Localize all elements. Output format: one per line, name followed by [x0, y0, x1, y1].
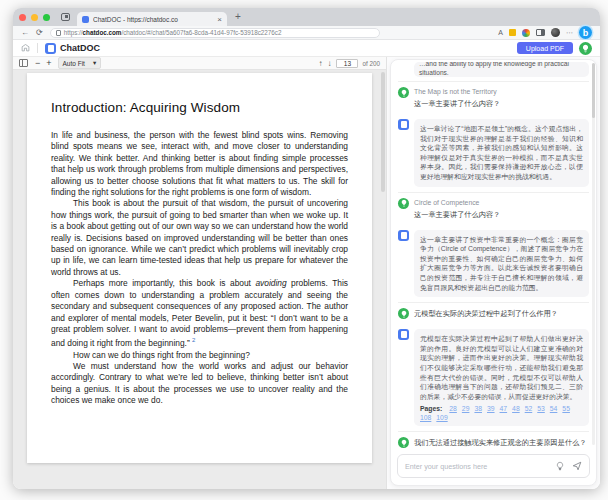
header-divider — [37, 43, 38, 53]
browser-tab[interactable]: ChatDOC - https://chatdoc.co × — [77, 12, 227, 26]
chatdoc-bot-icon — [398, 329, 409, 340]
question-lightbulb-icon — [398, 308, 409, 319]
zoom-out-button[interactable]: − — [35, 59, 40, 68]
page-number-input[interactable] — [336, 59, 358, 68]
chat-question: 元模型在实际的决策过程中起到了什么作用？ — [398, 302, 589, 324]
pdf-scrollbar[interactable] — [381, 72, 385, 192]
document-paragraph: Perhaps more importantly, this book is a… — [51, 278, 348, 349]
extension-yellow-icon[interactable] — [509, 29, 516, 36]
side-panel-icon[interactable] — [536, 29, 545, 36]
answer-text: 元模型在实际决策过程中起到了帮助人们做出更好决策的作用。良好的元模型可以让人们建… — [420, 334, 583, 401]
app-header: ChatDOC Upload PDF — [13, 40, 600, 57]
chatdoc-bot-icon — [398, 119, 409, 130]
answer-pages: Pages:28293839474852535455108109 — [420, 405, 583, 421]
url-host: chatdoc.com — [83, 29, 122, 36]
chat-scrollbar[interactable] — [592, 63, 595, 445]
sidebar-toggle-icon[interactable] — [19, 59, 28, 67]
lightbulb-avatar-icon[interactable] — [579, 42, 592, 55]
tab-close-icon[interactable]: × — [217, 16, 222, 23]
chat-answer-partial: …and the ability to apply the knowledge … — [414, 62, 589, 77]
question-lightbulb-icon — [398, 437, 409, 448]
page-link[interactable]: 109 — [436, 414, 447, 421]
answer-text: 这一章讨论了“地图不是领土”的概念。这个观点指出，我们对于现实世界的理解是基于我… — [420, 124, 583, 182]
reading-mode-icon[interactable]: A — [498, 29, 503, 37]
page-link[interactable]: 38 — [474, 405, 482, 412]
question-text: 这一章主要讲了什么内容？ — [414, 210, 589, 220]
page-link[interactable]: 54 — [550, 405, 558, 412]
question-lightbulb-icon — [398, 87, 409, 98]
page-link[interactable]: 55 — [562, 405, 570, 412]
previous-page-button[interactable]: ↑ — [318, 59, 322, 68]
tab-favicon — [82, 16, 89, 23]
browser-window: ChatDOC - https://chatdoc.co × + ← ⟳ htt… — [13, 8, 600, 489]
chat-question: 我们无法通过接触现实来修正观念的主要原因是什么？ — [398, 431, 589, 449]
chat-answer: 元模型在实际决策过程中起到了帮助人们做出更好决策的作用。良好的元模型可以让人们建… — [398, 324, 589, 431]
home-icon[interactable] — [21, 43, 30, 54]
footnote-link[interactable]: 2 — [192, 337, 195, 343]
page-link[interactable]: 39 — [487, 405, 495, 412]
question-text: 元模型在实际的决策过程中起到了什么作用？ — [414, 309, 589, 319]
question-text: 这一章主要讲了什么内容？ — [414, 99, 589, 109]
pdf-page: Introduction: Acquiring Wisdom In life a… — [27, 73, 372, 463]
chat-pane: …and the ability to apply the knowledge … — [387, 57, 600, 489]
tab-title: ChatDOC - https://chatdoc.co — [93, 16, 213, 23]
extension-circle-icon[interactable] — [522, 29, 530, 37]
question-source-title: Circle of Competence — [414, 199, 589, 206]
chatdoc-logo-icon — [45, 43, 56, 54]
url-path: /chatdoc/#/chat/5a607fa6-8cda-41d4-97fc-… — [121, 29, 281, 36]
document-paragraph: In life and business, the person with th… — [51, 130, 348, 198]
question-input[interactable] — [405, 462, 548, 471]
page-total-label: of 200 — [362, 60, 380, 67]
send-icon[interactable] — [572, 461, 582, 471]
app-name: ChatDOC — [60, 43, 100, 53]
chevron-down-icon: ▾ — [93, 59, 96, 67]
window-zoom-button[interactable] — [43, 14, 50, 21]
more-menu-icon[interactable]: ⋯ — [566, 29, 573, 37]
document-paragraph: This book is about the pursuit of that w… — [51, 198, 348, 278]
chat-question: Circle of Competence 这一章主要讲了什么内容？ — [398, 192, 589, 225]
address-bar[interactable]: https://chatdoc.com/chatdoc/#/chat/5a607… — [50, 28, 380, 38]
zoom-in-button[interactable]: + — [46, 59, 51, 68]
pages-label: Pages: — [420, 405, 442, 412]
page-link[interactable]: 108 — [420, 414, 431, 421]
window-minimize-button[interactable] — [31, 14, 38, 21]
upload-pdf-button[interactable]: Upload PDF — [517, 42, 573, 54]
next-page-button[interactable]: ↓ — [327, 59, 331, 68]
pdf-pane: − + Auto Fit ▾ ↑ ↓ of 200 Introduction: … — [13, 57, 387, 489]
answer-text: 这一章主要讲了投资中非常重要的一个概念：圈层竞争力（Circle of Comp… — [420, 235, 583, 293]
question-text: 我们无法通过接触现实来修正观念的主要原因是什么？ — [414, 438, 589, 448]
page-link[interactable]: 29 — [462, 405, 470, 412]
document-paragraph: We must understand how the world works a… — [51, 361, 348, 407]
profile-avatar[interactable] — [551, 28, 560, 37]
lock-icon — [56, 30, 61, 36]
window-close-button[interactable] — [19, 14, 26, 21]
chat-input-area — [391, 449, 596, 485]
document-title: Introduction: Acquiring Wisdom — [51, 100, 348, 115]
chat-card: …and the ability to apply the knowledge … — [390, 59, 597, 486]
page-link[interactable]: 47 — [500, 405, 508, 412]
chat-message-list: …and the ability to apply the knowledge … — [391, 60, 596, 449]
page-link[interactable]: 28 — [449, 405, 457, 412]
suggest-lightbulb-icon[interactable] — [555, 461, 565, 471]
question-lightbulb-icon — [398, 198, 409, 209]
browser-profile-badge[interactable]: b — [579, 26, 592, 39]
chatdoc-bot-icon — [398, 230, 409, 241]
chat-answer: 这一章主要讲了投资中非常重要的一个概念：圈层竞争力（Circle of Comp… — [398, 225, 589, 303]
chat-answer: 这一章讨论了“地图不是领土”的概念。这个观点指出，我们对于现实世界的理解是基于我… — [398, 114, 589, 192]
page-link[interactable]: 48 — [512, 405, 520, 412]
zoom-mode-value: Auto Fit — [63, 60, 85, 67]
reload-icon[interactable]: ⟳ — [36, 28, 43, 37]
zoom-mode-dropdown[interactable]: Auto Fit ▾ — [58, 57, 102, 69]
back-icon[interactable]: ← — [21, 28, 29, 37]
url-scheme: https:// — [64, 29, 83, 36]
chat-question: The Map is not the Territory 这一章主要讲了什么内容… — [398, 81, 589, 114]
tab-overview-icon[interactable] — [61, 13, 70, 21]
browser-tab-strip: ChatDOC - https://chatdoc.co × + — [13, 8, 600, 26]
page-link[interactable]: 53 — [537, 405, 545, 412]
page-link[interactable]: 52 — [525, 405, 533, 412]
pdf-toolbar: − + Auto Fit ▾ ↑ ↓ of 200 — [13, 57, 386, 70]
question-source-title: The Map is not the Territory — [414, 88, 589, 95]
new-tab-button[interactable]: + — [235, 12, 241, 22]
browser-extension-icons: A ⋯ b — [498, 26, 592, 39]
pdf-viewport[interactable]: Introduction: Acquiring Wisdom In life a… — [13, 70, 386, 489]
